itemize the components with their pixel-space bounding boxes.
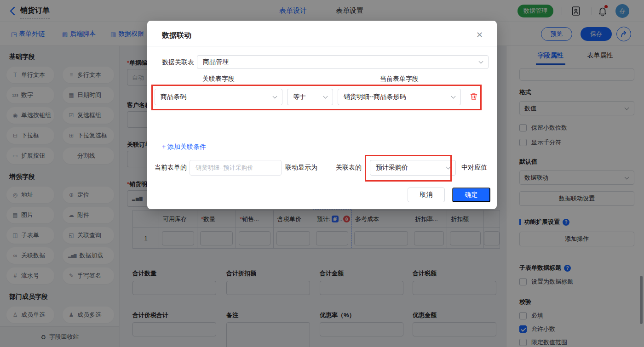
corresponding-value-label: 中对应值 [461,164,487,172]
close-icon[interactable]: ✕ [476,30,483,40]
current-form-field-column-header: 当前表单字段 [338,75,461,83]
relation-field-select[interactable]: 预计采购价 [370,160,456,176]
current-form-label: 当前表单的 [155,164,187,172]
delete-condition-icon[interactable] [470,92,478,102]
relation-of-label: 关联表的 [336,164,362,172]
app-screen: 销货订单 表单设计 表单设置 数据管理 存 ◳ 表单外链 ▨ 后端脚本 ▥ 数据… [0,0,644,347]
modal-header-divider [147,46,497,46]
chevron-down-icon [451,94,456,99]
confirm-button[interactable]: 确定 [452,188,490,202]
condition-field-select[interactable]: 商品条码 [155,89,282,105]
chevron-down-icon [479,59,483,64]
relation-table-label: 数据关联表 [162,58,194,67]
chevron-down-icon [323,94,328,99]
modal-title: 数据联动 [162,31,191,40]
condition-operator-select[interactable]: 等于 [287,89,333,105]
cancel-button[interactable]: 取消 [408,188,445,202]
relation-table-select[interactable]: 商品管理 [197,55,489,69]
chevron-down-icon [446,165,451,170]
condition-target-select[interactable]: 销货明细--商品条形码 [338,89,461,105]
display-as-label: 联动显示为 [285,164,317,172]
add-condition-link[interactable]: + 添加关联条件 [162,143,206,151]
relation-field-column-header: 关联表字段 [155,75,282,83]
current-field-input[interactable]: 销货明细--预计采购价 [190,160,282,176]
data-linkage-modal: 数据联动 ✕ 数据关联表 商品管理 关联表字段 当前表单字段 商品条码 等于 销… [147,21,497,209]
chevron-down-icon [273,94,277,99]
